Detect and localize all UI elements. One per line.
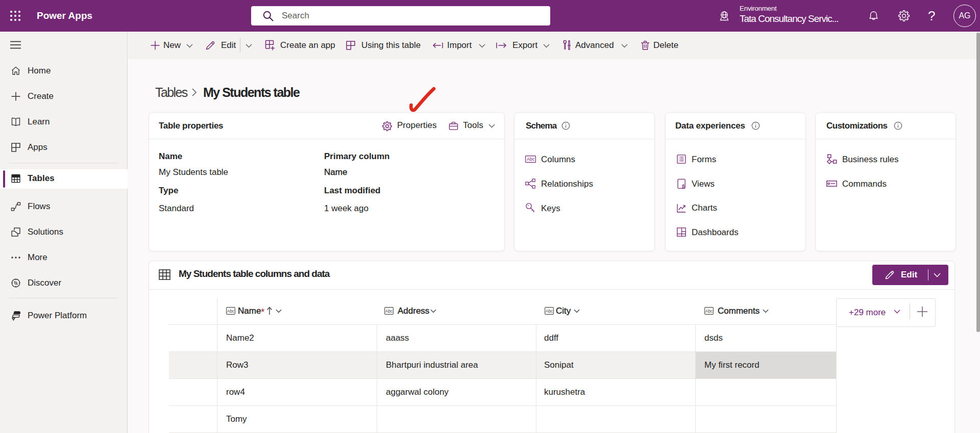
svg-text:Abc: Abc (227, 309, 235, 314)
svg-text:Abc: Abc (385, 309, 393, 314)
svg-text:Abc: Abc (546, 309, 553, 314)
svg-text:Abc: Abc (705, 309, 713, 314)
svg-text:Abc: Abc (527, 157, 535, 162)
